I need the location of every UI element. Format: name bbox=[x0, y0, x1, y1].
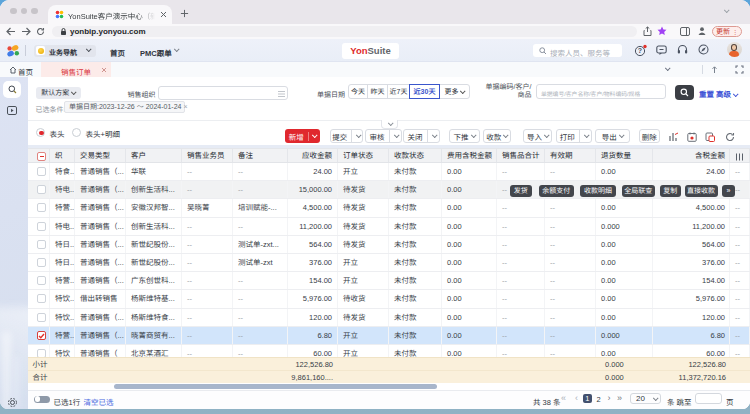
svg-text:?: ? bbox=[638, 47, 642, 54]
